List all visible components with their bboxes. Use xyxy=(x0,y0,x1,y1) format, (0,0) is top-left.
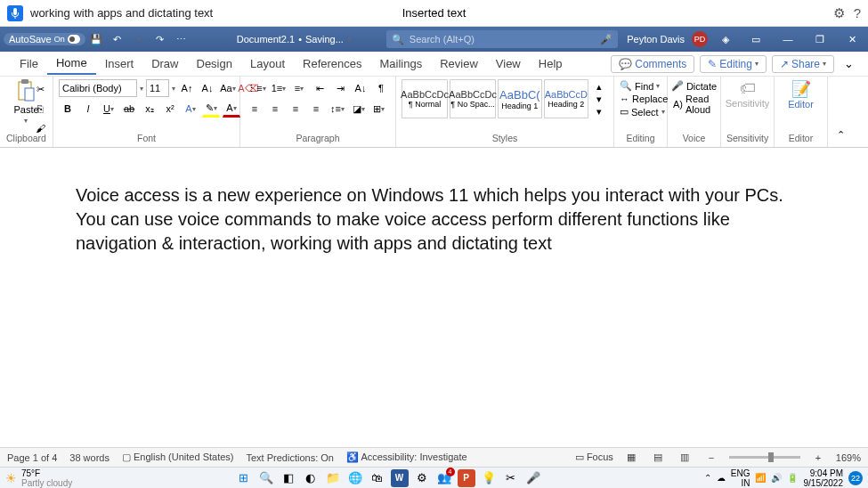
app-edge[interactable]: 🌐 xyxy=(346,469,364,487)
grow-font-button[interactable]: A↑ xyxy=(178,79,196,97)
increase-indent-button[interactable]: ⇥ xyxy=(331,79,349,97)
microphone-icon[interactable] xyxy=(7,5,23,21)
notification-badge[interactable]: 22 xyxy=(848,471,863,485)
app-explorer[interactable]: 📁 xyxy=(324,469,342,487)
language-status[interactable]: ▢ English (United States) xyxy=(122,451,234,463)
show-marks-button[interactable]: ¶ xyxy=(372,79,390,97)
align-center-button[interactable]: ≡ xyxy=(266,100,284,118)
app-voice[interactable]: 🎤 xyxy=(524,469,542,487)
style-normal[interactable]: AaBbCcDc¶ Normal xyxy=(402,79,448,118)
minimize-button[interactable]: — xyxy=(775,29,800,49)
borders-button[interactable]: ⊞▾ xyxy=(370,100,388,118)
focus-button[interactable]: ▭ Focus xyxy=(575,451,613,463)
tab-help[interactable]: Help xyxy=(530,53,572,74)
restore-button[interactable]: ❐ xyxy=(807,29,832,49)
copy-button[interactable]: ⎘ xyxy=(31,100,49,118)
zoom-slider[interactable] xyxy=(729,456,800,459)
gear-icon[interactable]: ⚙ xyxy=(833,5,845,21)
styles-down-button[interactable]: ▾ xyxy=(590,93,608,105)
editor-button[interactable]: 📝 Editor xyxy=(788,79,814,110)
tray-chevron-icon[interactable]: ⌃ xyxy=(704,473,711,483)
close-button[interactable]: ✕ xyxy=(840,29,864,49)
numbering-button[interactable]: 1≡▾ xyxy=(270,79,288,97)
weather-widget[interactable]: ☀ 75°FPartly cloudy xyxy=(5,468,72,488)
bullets-button[interactable]: ⋮≡▾ xyxy=(246,79,267,97)
clock[interactable]: 9:04 PM9/15/2022 xyxy=(803,468,843,488)
tab-file[interactable]: File xyxy=(11,53,47,74)
app-tips[interactable]: 💡 xyxy=(480,469,498,487)
tab-design[interactable]: Design xyxy=(188,53,241,74)
line-spacing-button[interactable]: ↕≡▾ xyxy=(328,100,347,118)
align-right-button[interactable]: ≡ xyxy=(287,100,304,118)
help-icon[interactable]: ? xyxy=(854,5,861,20)
style-heading1[interactable]: AaBbC(Heading 1 xyxy=(498,79,542,118)
collapse-ribbon-button[interactable]: ⌄ xyxy=(840,55,857,73)
mic-icon[interactable]: 🎤 xyxy=(600,34,612,45)
zoom-out-button[interactable]: − xyxy=(702,449,720,467)
document-name[interactable]: Document2.1 • Saving... ▾ xyxy=(237,34,351,45)
text-predictions[interactable]: Text Predictions: On xyxy=(246,452,333,463)
redo-icon[interactable]: ↷ xyxy=(151,30,169,48)
format-painter-button[interactable]: 🖌 xyxy=(31,119,49,137)
web-layout-icon[interactable]: ▥ xyxy=(676,449,694,467)
decrease-indent-button[interactable]: ⇤ xyxy=(311,79,329,97)
sensitivity-button[interactable]: 🏷 Sensitivity xyxy=(726,79,770,109)
app-store[interactable]: 🛍 xyxy=(369,469,386,487)
app-settings[interactable]: ⚙ xyxy=(413,469,431,487)
change-case-button[interactable]: Aa▾ xyxy=(219,79,237,97)
superscript-button[interactable]: x² xyxy=(161,100,179,118)
volume-icon[interactable]: 🔊 xyxy=(771,473,782,483)
read-aloud-button[interactable]: A)Read Aloud xyxy=(673,93,715,116)
page-status[interactable]: Page 1 of 4 xyxy=(7,452,57,463)
read-mode-icon[interactable]: ▦ xyxy=(622,449,640,467)
tab-insert[interactable]: Insert xyxy=(96,53,143,74)
share-button[interactable]: ↗ Share ▾ xyxy=(772,55,834,73)
app-word[interactable]: W xyxy=(391,469,409,487)
ribbon-display-icon[interactable]: ▭ xyxy=(743,29,768,49)
tab-layout[interactable]: Layout xyxy=(241,53,294,74)
justify-button[interactable]: ≡ xyxy=(307,100,325,118)
undo-dropdown[interactable]: ▾ xyxy=(130,30,148,48)
text-effects-button[interactable]: A▾ xyxy=(182,100,199,118)
replace-button[interactable]: ↔Replace xyxy=(620,93,661,105)
language-indicator[interactable]: ENGIN xyxy=(731,468,750,488)
highlight-button[interactable]: ✎▾ xyxy=(202,100,220,118)
bold-button[interactable]: B xyxy=(59,100,77,118)
start-button[interactable]: ⊞ xyxy=(235,469,253,487)
font-color-button[interactable]: A▾ xyxy=(223,100,240,118)
shrink-font-button[interactable]: A↓ xyxy=(199,79,216,97)
accessibility-status[interactable]: ♿ Accessibility: Investigate xyxy=(346,451,467,463)
app-teams[interactable]: 👥4 xyxy=(435,469,453,487)
select-button[interactable]: ▭Select▾ xyxy=(620,105,661,118)
user-avatar[interactable]: PD xyxy=(692,31,708,47)
collapse-ribbon-icon[interactable]: ⌃ xyxy=(831,126,849,143)
undo-icon[interactable]: ↶ xyxy=(109,30,126,48)
wifi-icon[interactable]: 📶 xyxy=(755,473,766,483)
tab-view[interactable]: View xyxy=(487,53,530,74)
cut-button[interactable]: ✂ xyxy=(31,80,49,98)
shading-button[interactable]: ◪▾ xyxy=(350,100,368,118)
italic-button[interactable]: I xyxy=(79,100,97,118)
underline-button[interactable]: U▾ xyxy=(100,100,118,118)
styles-more-button[interactable]: ▾ xyxy=(590,105,608,118)
font-name-select[interactable] xyxy=(59,79,137,97)
tab-home[interactable]: Home xyxy=(47,53,96,75)
app-powerpoint[interactable]: P xyxy=(458,469,475,487)
style-nospacing[interactable]: AaBbCcDc¶ No Spac... xyxy=(450,79,496,118)
autosave-toggle[interactable]: AutoSave On xyxy=(4,33,85,45)
tab-mailings[interactable]: Mailings xyxy=(371,53,432,74)
battery-icon[interactable]: 🔋 xyxy=(787,473,798,483)
zoom-level[interactable]: 169% xyxy=(836,452,861,463)
customize-qat-icon[interactable]: ⋯ xyxy=(173,30,191,48)
diamond-icon[interactable]: ◈ xyxy=(717,30,734,48)
editing-mode-button[interactable]: ✎ Editing ▾ xyxy=(700,55,767,73)
styles-up-button[interactable]: ▴ xyxy=(590,80,608,93)
find-button[interactable]: 🔍Find▾ xyxy=(620,79,661,93)
multilevel-button[interactable]: ≡▾ xyxy=(290,79,308,97)
word-count[interactable]: 38 words xyxy=(69,452,110,463)
align-left-button[interactable]: ≡ xyxy=(246,100,264,118)
tab-review[interactable]: Review xyxy=(431,53,487,74)
task-view-button[interactable]: ◧ xyxy=(280,469,297,487)
strike-button[interactable]: ab xyxy=(120,100,138,118)
font-size-select[interactable] xyxy=(146,79,169,97)
